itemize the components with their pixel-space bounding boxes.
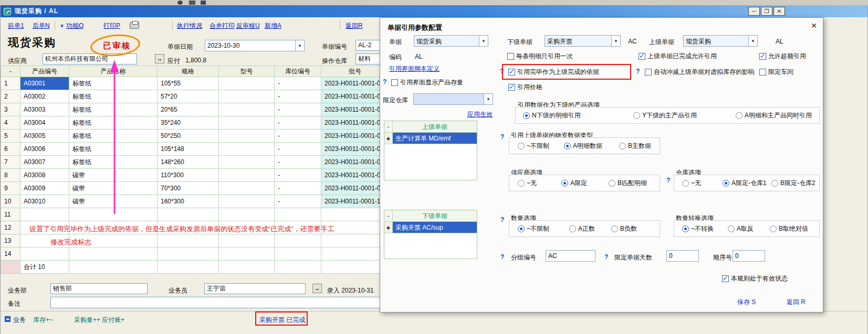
toolbar-exec-status[interactable]: 执行情况	[177, 21, 202, 30]
cell-product-name[interactable]: 标签纸	[69, 130, 158, 143]
cell-product-code[interactable]	[20, 234, 69, 247]
radio-supplier-none[interactable]: ~无	[518, 179, 537, 188]
radio-qty-positive[interactable]: A正数	[569, 224, 595, 233]
col-header[interactable]: 型号	[219, 66, 275, 77]
help-mark[interactable]: ?	[604, 253, 608, 261]
cell-model[interactable]	[219, 143, 275, 156]
cell-product-code[interactable]	[20, 221, 69, 234]
cell-batch[interactable]	[321, 247, 389, 261]
cell-product-code[interactable]: A03009	[20, 182, 69, 195]
cell-spec[interactable]: 105*148	[158, 143, 219, 156]
cell-location[interactable]: -	[275, 143, 321, 156]
cell-product-name[interactable]: 标签纸	[69, 116, 158, 130]
cell-spec[interactable]	[158, 208, 219, 221]
doc-select[interactable]: 现货采购 ▼	[414, 35, 488, 47]
cell-model[interactable]	[219, 103, 275, 116]
col-header[interactable]: 产品名称	[69, 66, 158, 77]
cell-batch[interactable]: 2023-H0011-0001-0	[321, 90, 389, 103]
cell-model[interactable]	[219, 77, 275, 90]
table-row[interactable]: 10 A03010 碳带 160*300 - 2023-H0011-0001-1	[1, 195, 389, 208]
dialog-close-icon[interactable]: ✕	[808, 20, 820, 31]
cell-product-name[interactable]: 标签纸	[69, 143, 158, 156]
supplier-more-button[interactable]: ..	[155, 54, 164, 63]
statusbar-business-tab[interactable]: 业务	[13, 316, 26, 325]
radio-icon[interactable]	[611, 225, 618, 232]
toolbar-unaudit[interactable]: 反审核U	[236, 21, 260, 30]
radio-datatype-detail[interactable]: A明细数据	[564, 142, 602, 150]
cell-batch[interactable]: 2023-H0011-0001-0	[321, 130, 389, 143]
cell-product-code[interactable]: A03002	[20, 90, 69, 103]
cell-location[interactable]: -	[275, 77, 321, 90]
help-mark[interactable]: ?	[500, 216, 504, 223]
table-row[interactable]: 5 A03005 标签纸 50*250 - 2023-H0011-0001-0	[1, 130, 389, 143]
cell-product-name[interactable]	[69, 208, 158, 221]
checkbox-icon[interactable]	[508, 84, 515, 91]
cell-location[interactable]: -	[275, 156, 321, 169]
help-mark[interactable]: ?	[636, 68, 640, 75]
table-row[interactable]: 14	[1, 247, 389, 261]
radio-icon[interactable]	[682, 225, 689, 232]
checkbox-icon[interactable]	[391, 79, 398, 86]
cell-row-no[interactable]: 3	[1, 103, 20, 116]
cell-batch[interactable]: 2023-H0011-0001-1	[321, 195, 389, 208]
cell-model[interactable]	[219, 208, 275, 221]
toolbar-prev-doc[interactable]: 前单1	[8, 21, 24, 30]
cell-row-no[interactable]: 6	[1, 143, 20, 156]
upper-doc-list-item[interactable]: ◆ 生产计算单 MD/emf	[384, 133, 477, 144]
checkbox-rule-active[interactable]: 本规则处于有效状态	[722, 274, 788, 283]
checkbox-icon[interactable]	[759, 53, 766, 60]
cell-model[interactable]	[219, 195, 275, 208]
cell-spec[interactable]: 105*55	[158, 77, 219, 90]
cell-model[interactable]	[219, 116, 275, 130]
cell-spec[interactable]	[158, 234, 219, 247]
cell-row-no[interactable]: 9	[1, 182, 20, 195]
radio-icon[interactable]	[682, 180, 689, 187]
cell-location[interactable]	[275, 247, 321, 261]
table-row[interactable]: 6 A03006 标签纸 105*148 - 2023-H0011-0001-0	[1, 143, 389, 156]
radio-qty-negative[interactable]: B负数	[611, 224, 637, 233]
radio-icon[interactable]	[609, 180, 615, 187]
minimize-button[interactable]: ─	[748, 7, 760, 16]
cell-model[interactable]	[219, 90, 275, 103]
chevron-down-icon[interactable]: ▼	[748, 36, 757, 46]
table-row[interactable]: 9 A03009 碳带 70*300 - 2023-H0011-0001-0	[1, 182, 389, 195]
toolbar-add-new[interactable]: 新增A	[265, 21, 281, 30]
cell-spec[interactable]: 50*250	[158, 130, 219, 143]
cell-batch[interactable]	[321, 208, 389, 221]
table-row[interactable]: 7 A03007 标签纸 148*260 - 2023-H0011-0001-0	[1, 156, 389, 169]
statusbar-invoice-status[interactable]: 采购开票 已完成	[259, 316, 305, 325]
help-mark[interactable]: ?	[500, 253, 504, 261]
cell-spec[interactable]	[158, 221, 219, 234]
cell-batch[interactable]: 2023-H0011-0001-0	[321, 156, 389, 169]
printer-icon[interactable]	[130, 22, 139, 29]
cell-row-no[interactable]: 8	[1, 169, 20, 182]
toolbar-next-doc[interactable]: 后单N	[33, 21, 50, 30]
agent-more-button[interactable]: ..	[312, 284, 322, 293]
dept-input[interactable]	[50, 283, 148, 294]
radio-icon[interactable]	[770, 225, 777, 232]
cell-location[interactable]: -	[275, 90, 321, 103]
cell-product-code[interactable]: A03005	[20, 130, 69, 143]
radio-product-main[interactable]: Y下级的主产品引用	[633, 111, 697, 120]
radio-icon[interactable]	[518, 143, 525, 149]
cell-row-no[interactable]: 1	[1, 77, 20, 90]
col-header[interactable]: 产品编号	[20, 66, 69, 77]
checkbox-upper-done-allow[interactable]: 上级单据已完成允许引用	[639, 52, 717, 61]
toolbar-functions[interactable]: ▼功能O	[59, 21, 83, 30]
cell-batch[interactable]: 2023-H0011-0001-0	[321, 169, 389, 182]
radio-icon[interactable]	[633, 112, 640, 119]
lower-doc-list-item[interactable]: ◆ 采购开票 AC/sup	[384, 222, 477, 233]
checkbox-ref-price[interactable]: 引用价格	[508, 83, 542, 92]
radio-icon[interactable]	[518, 180, 525, 187]
radio-icon[interactable]	[723, 180, 729, 187]
cell-model[interactable]	[219, 221, 275, 234]
cell-product-code[interactable]	[20, 247, 69, 261]
radio-icon[interactable]	[771, 180, 778, 187]
toolbar-return[interactable]: 返回R	[346, 21, 363, 30]
cell-row-no[interactable]: 2	[1, 90, 20, 103]
cell-product-name[interactable]: 标签纸	[69, 90, 158, 103]
cell-batch[interactable]	[321, 234, 389, 247]
checkbox-icon[interactable]	[759, 69, 766, 76]
cell-model[interactable]	[219, 182, 275, 195]
cell-product-code[interactable]: A03003	[20, 103, 69, 116]
